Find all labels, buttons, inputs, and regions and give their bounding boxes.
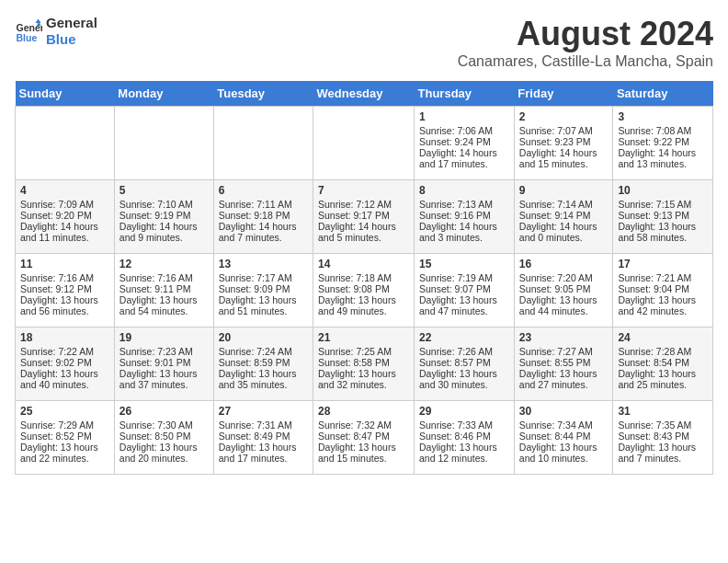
day-info: and 17 minutes. bbox=[219, 453, 308, 464]
day-number: 3 bbox=[618, 110, 708, 123]
day-info: and 20 minutes. bbox=[119, 453, 209, 464]
day-number: 30 bbox=[519, 405, 609, 418]
day-info: Sunrise: 7:16 AM bbox=[20, 272, 109, 283]
day-info: Sunset: 9:17 PM bbox=[318, 210, 409, 221]
day-info: Sunset: 8:49 PM bbox=[219, 431, 308, 442]
calendar-table: SundayMondayTuesdayWednesdayThursdayFrid… bbox=[15, 81, 713, 475]
day-number: 2 bbox=[519, 110, 609, 123]
day-info: Daylight: 14 hours bbox=[618, 147, 708, 158]
day-info: Daylight: 13 hours bbox=[20, 368, 109, 379]
day-info: Sunrise: 7:13 AM bbox=[419, 199, 509, 210]
day-number: 22 bbox=[419, 331, 509, 344]
day-info: and 9 minutes. bbox=[119, 232, 209, 243]
day-info: and 12 minutes. bbox=[419, 453, 509, 464]
day-info: Daylight: 14 hours bbox=[419, 147, 509, 158]
calendar-cell: 8Sunrise: 7:13 AMSunset: 9:16 PMDaylight… bbox=[415, 180, 515, 254]
day-info: Sunrise: 7:06 AM bbox=[419, 125, 509, 136]
day-number: 4 bbox=[20, 184, 109, 197]
day-info: Sunrise: 7:11 AM bbox=[219, 199, 308, 210]
day-info: Daylight: 13 hours bbox=[519, 442, 609, 453]
calendar-cell: 4Sunrise: 7:09 AMSunset: 9:20 PMDaylight… bbox=[16, 180, 115, 254]
calendar-cell: 24Sunrise: 7:28 AMSunset: 8:54 PMDayligh… bbox=[613, 327, 713, 401]
day-info: Daylight: 13 hours bbox=[20, 294, 109, 305]
calendar-cell bbox=[114, 107, 213, 180]
day-info: and 7 minutes. bbox=[219, 232, 308, 243]
day-info: Daylight: 14 hours bbox=[519, 147, 609, 158]
day-info: Sunset: 8:47 PM bbox=[318, 431, 409, 442]
svg-text:Blue: Blue bbox=[17, 32, 38, 43]
day-info: Sunset: 9:07 PM bbox=[419, 283, 509, 294]
day-number: 7 bbox=[318, 184, 409, 197]
day-info: and 42 minutes. bbox=[618, 305, 708, 316]
day-info: Sunset: 9:14 PM bbox=[519, 210, 609, 221]
day-info: and 47 minutes. bbox=[419, 305, 509, 316]
calendar-cell: 10Sunrise: 7:15 AMSunset: 9:13 PMDayligh… bbox=[613, 180, 713, 254]
day-number: 19 bbox=[119, 331, 209, 344]
day-info: Sunrise: 7:31 AM bbox=[219, 419, 308, 431]
day-info: Sunset: 9:02 PM bbox=[20, 357, 109, 368]
day-info: and 0 minutes. bbox=[519, 232, 609, 243]
day-info: Daylight: 13 hours bbox=[219, 294, 308, 305]
day-number: 28 bbox=[318, 405, 409, 418]
day-info: Sunrise: 7:35 AM bbox=[618, 419, 708, 431]
day-number: 1 bbox=[419, 110, 509, 123]
day-info: Daylight: 13 hours bbox=[119, 442, 209, 453]
calendar-cell: 23Sunrise: 7:27 AMSunset: 8:55 PMDayligh… bbox=[514, 327, 613, 401]
calendar-cell: 13Sunrise: 7:17 AMSunset: 9:09 PMDayligh… bbox=[213, 254, 313, 327]
logo-text-general: General bbox=[46, 15, 97, 31]
day-number: 23 bbox=[519, 331, 609, 344]
calendar-cell: 2Sunrise: 7:07 AMSunset: 9:23 PMDaylight… bbox=[514, 107, 613, 180]
day-info: and 44 minutes. bbox=[519, 305, 609, 316]
main-title: August 2024 bbox=[458, 15, 713, 53]
day-info: Sunrise: 7:08 AM bbox=[618, 125, 708, 136]
day-info: Daylight: 14 hours bbox=[219, 221, 308, 232]
day-info: Sunrise: 7:15 AM bbox=[618, 199, 708, 210]
day-number: 11 bbox=[20, 258, 109, 270]
week-row-4: 25Sunrise: 7:29 AMSunset: 8:52 PMDayligh… bbox=[16, 401, 713, 475]
day-number: 20 bbox=[219, 331, 308, 344]
col-header-monday: Monday bbox=[114, 81, 213, 107]
day-info: and 13 minutes. bbox=[618, 158, 708, 169]
calendar-cell: 22Sunrise: 7:26 AMSunset: 8:57 PMDayligh… bbox=[415, 327, 515, 401]
page-header: General Blue General Blue August 2024 Ca… bbox=[15, 15, 713, 70]
calendar-cell: 18Sunrise: 7:22 AMSunset: 9:02 PMDayligh… bbox=[16, 327, 115, 401]
calendar-cell bbox=[313, 107, 415, 180]
day-info: Sunset: 9:23 PM bbox=[519, 136, 609, 147]
day-info: Sunset: 9:08 PM bbox=[318, 283, 409, 294]
day-info: Sunset: 8:46 PM bbox=[419, 431, 509, 442]
col-header-sunday: Sunday bbox=[16, 81, 115, 107]
day-info: Daylight: 13 hours bbox=[119, 294, 209, 305]
calendar-cell: 28Sunrise: 7:32 AMSunset: 8:47 PMDayligh… bbox=[313, 401, 415, 475]
calendar-cell: 3Sunrise: 7:08 AMSunset: 9:22 PMDaylight… bbox=[613, 107, 713, 180]
day-info: Sunset: 8:57 PM bbox=[419, 357, 509, 368]
calendar-cell: 17Sunrise: 7:21 AMSunset: 9:04 PMDayligh… bbox=[613, 254, 713, 327]
day-info: Sunrise: 7:23 AM bbox=[119, 346, 209, 357]
day-info: Sunrise: 7:18 AM bbox=[318, 272, 409, 283]
day-info: Sunset: 9:16 PM bbox=[419, 210, 509, 221]
day-info: Sunrise: 7:12 AM bbox=[318, 199, 409, 210]
calendar-cell: 5Sunrise: 7:10 AMSunset: 9:19 PMDaylight… bbox=[114, 180, 213, 254]
logo: General Blue General Blue bbox=[15, 15, 97, 48]
day-info: Daylight: 13 hours bbox=[318, 368, 409, 379]
day-info: and 11 minutes. bbox=[20, 232, 109, 243]
day-info: and 37 minutes. bbox=[119, 379, 209, 390]
subtitle: Canamares, Castille-La Mancha, Spain bbox=[458, 53, 713, 70]
day-info: and 32 minutes. bbox=[318, 379, 409, 390]
day-info: Sunset: 8:52 PM bbox=[20, 431, 109, 442]
day-info: Sunrise: 7:14 AM bbox=[519, 199, 609, 210]
calendar-cell: 30Sunrise: 7:34 AMSunset: 8:44 PMDayligh… bbox=[514, 401, 613, 475]
day-number: 29 bbox=[419, 405, 509, 418]
day-info: Sunset: 8:54 PM bbox=[618, 357, 708, 368]
day-number: 13 bbox=[219, 258, 308, 270]
day-number: 18 bbox=[20, 331, 109, 344]
day-info: Sunset: 9:05 PM bbox=[519, 283, 609, 294]
day-info: Daylight: 14 hours bbox=[519, 221, 609, 232]
day-info: and 51 minutes. bbox=[219, 305, 308, 316]
day-info: Sunrise: 7:19 AM bbox=[419, 272, 509, 283]
title-block: August 2024 Canamares, Castille-La Manch… bbox=[458, 15, 713, 70]
day-info: and 17 minutes. bbox=[419, 158, 509, 169]
day-number: 25 bbox=[20, 405, 109, 418]
day-info: Sunrise: 7:22 AM bbox=[20, 346, 109, 357]
calendar-header-row: SundayMondayTuesdayWednesdayThursdayFrid… bbox=[16, 81, 713, 107]
day-info: Daylight: 13 hours bbox=[419, 442, 509, 453]
